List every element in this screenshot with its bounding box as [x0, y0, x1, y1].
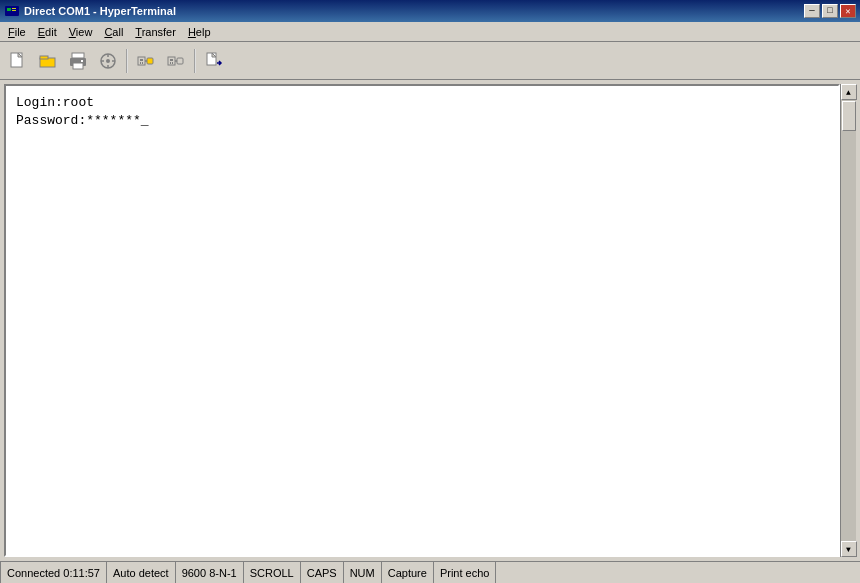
print-button[interactable] [64, 47, 92, 75]
svg-rect-29 [170, 62, 171, 64]
minimize-button[interactable]: ─ [804, 4, 820, 18]
svg-point-16 [106, 59, 110, 63]
svg-rect-2 [7, 8, 11, 11]
vertical-scrollbar: ▲ ▼ [840, 84, 856, 557]
menu-view[interactable]: View [63, 24, 99, 40]
status-bar: Connected 0:11:57 Auto detect 9600 8-N-1… [0, 561, 860, 583]
capture-status: Capture [382, 562, 434, 583]
echo-status: Print echo [434, 562, 497, 583]
terminal-wrapper: Login:root Password:*******_ [4, 84, 840, 557]
menu-call[interactable]: Call [98, 24, 129, 40]
svg-rect-11 [72, 53, 84, 58]
terminal-login-line: Login:root [16, 94, 828, 112]
svg-rect-10 [40, 56, 48, 59]
scroll-thumb[interactable] [842, 101, 856, 131]
svg-rect-14 [81, 60, 83, 62]
properties-button[interactable] [94, 47, 122, 75]
terminal-password-line: Password:*******_ [16, 112, 828, 130]
open-button[interactable] [34, 47, 62, 75]
terminal-content[interactable]: Login:root Password:*******_ [6, 86, 838, 555]
menu-help[interactable]: Help [182, 24, 217, 40]
num-status: NUM [344, 562, 382, 583]
connection-status: Connected 0:11:57 [0, 562, 107, 583]
scroll-up-button[interactable]: ▲ [841, 84, 857, 100]
svg-rect-25 [147, 58, 153, 64]
restore-button[interactable]: □ [822, 4, 838, 18]
toolbar-separator-1 [126, 49, 128, 73]
toolbar [0, 42, 860, 80]
window-controls: ─ □ ✕ [804, 4, 856, 18]
title-bar: Direct COM1 - HyperTerminal ─ □ ✕ [0, 0, 860, 22]
menu-bar: File Edit View Call Transfer Help [0, 22, 860, 42]
app-icon [4, 3, 20, 19]
connect-toolbar-button[interactable] [132, 47, 160, 75]
svg-rect-30 [172, 62, 173, 64]
close-button[interactable]: ✕ [840, 4, 856, 18]
scroll-track[interactable] [841, 100, 856, 541]
window-title: Direct COM1 - HyperTerminal [24, 5, 176, 17]
send-file-button[interactable] [200, 47, 228, 75]
svg-rect-22 [140, 59, 143, 61]
scroll-down-button[interactable]: ▼ [841, 541, 857, 557]
menu-edit[interactable]: Edit [32, 24, 63, 40]
caps-status: CAPS [301, 562, 344, 583]
baud-status: 9600 8-N-1 [176, 562, 244, 583]
svg-rect-4 [12, 10, 16, 11]
svg-rect-23 [140, 62, 141, 64]
svg-rect-31 [177, 58, 183, 64]
svg-rect-28 [170, 59, 173, 61]
main-area: Login:root Password:*******_ ▲ ▼ [0, 80, 860, 561]
scroll-status: SCROLL [244, 562, 301, 583]
menu-transfer[interactable]: Transfer [129, 24, 182, 40]
toolbar-separator-2 [194, 49, 196, 73]
svg-rect-24 [142, 62, 143, 64]
svg-rect-3 [12, 8, 16, 9]
new-button[interactable] [4, 47, 32, 75]
menu-file[interactable]: File [2, 24, 32, 40]
disconnect-button[interactable] [162, 47, 190, 75]
emulation-status: Auto detect [107, 562, 176, 583]
svg-rect-13 [73, 63, 83, 69]
